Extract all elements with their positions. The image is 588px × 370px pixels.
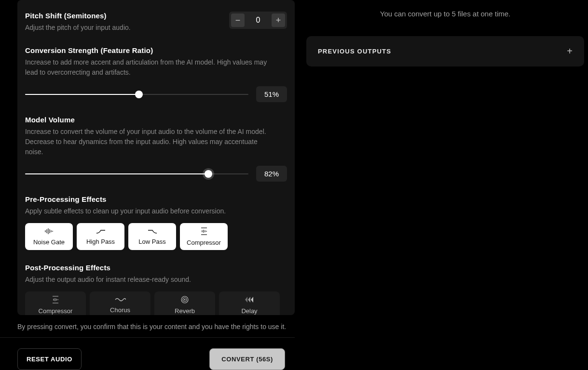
effect-high-pass-button[interactable]: High Pass: [77, 223, 124, 250]
effect-compressor-button[interactable]: Compressor: [180, 223, 228, 250]
volume-desc: Increase to convert the volume of your i…: [25, 127, 271, 157]
setting-post-effects: Post-Processing Effects Adjust the outpu…: [25, 264, 287, 315]
volume-title: Model Volume: [25, 116, 287, 124]
effect-label: Delay: [241, 307, 257, 315]
footer-bar: RESET AUDIO CONVERT (56S): [0, 337, 295, 370]
plus-icon: +: [567, 46, 573, 57]
setting-volume: Model Volume Increase to convert the vol…: [25, 116, 287, 182]
pitch-minus-button[interactable]: −: [231, 13, 245, 27]
effect-label: Low Pass: [138, 238, 165, 245]
delay-icon: [245, 296, 254, 304]
previous-outputs-title: PREVIOUS OUTPUTS: [318, 48, 391, 55]
pre-title: Pre-Processing Effects: [25, 195, 287, 203]
compressor-icon: [51, 296, 60, 304]
effect-chorus-button[interactable]: Chorus: [90, 291, 150, 315]
effect-label: Noise Gate: [33, 238, 65, 246]
pitch-plus-button[interactable]: +: [272, 13, 285, 27]
effect-label: Chorus: [110, 306, 130, 314]
compressor-icon: [199, 227, 209, 235]
effect-label: Compressor: [187, 239, 221, 246]
effect-delay-button[interactable]: Delay: [219, 291, 280, 315]
volume-slider-thumb[interactable]: [205, 170, 212, 178]
effect-compressor-post-button[interactable]: Compressor: [25, 291, 86, 315]
reset-audio-button[interactable]: RESET AUDIO: [17, 348, 82, 370]
low-pass-icon: [147, 228, 158, 234]
strength-value: 51%: [256, 86, 287, 102]
post-title: Post-Processing Effects: [25, 264, 287, 272]
post-desc: Adjust the output audio for instant rele…: [25, 275, 271, 285]
setting-pre-effects: Pre-Processing Effects Apply subtle effe…: [25, 195, 287, 250]
convert-button[interactable]: CONVERT (56S): [209, 348, 285, 370]
strength-slider-thumb[interactable]: [135, 91, 143, 98]
high-pass-icon: [96, 228, 106, 234]
disclaimer-text: By pressing convert, you confirm that th…: [0, 315, 295, 330]
noise-gate-icon: [44, 228, 54, 235]
svg-point-20: [184, 299, 186, 300]
effect-label: High Pass: [86, 238, 115, 245]
settings-panel: Pitch Shift (Semitones) Adjust the pitch…: [17, 0, 295, 315]
effect-low-pass-button[interactable]: Low Pass: [128, 223, 176, 250]
pitch-title: Pitch Shift (Semitones): [25, 12, 131, 20]
setting-strength: Conversion Strength (Feature Ratio) Incr…: [25, 46, 287, 102]
reverb-icon: [180, 296, 189, 304]
pitch-stepper: − 0 +: [229, 12, 287, 29]
setting-pitch: Pitch Shift (Semitones) Adjust the pitch…: [25, 12, 287, 33]
volume-slider[interactable]: [25, 173, 248, 174]
previous-outputs-panel[interactable]: PREVIOUS OUTPUTS +: [306, 36, 584, 66]
effect-label: Reverb: [175, 307, 195, 315]
strength-slider[interactable]: [25, 94, 248, 95]
effect-noise-gate-button[interactable]: Noise Gate: [25, 223, 73, 250]
chorus-icon: [114, 296, 126, 303]
effect-label: Compressor: [39, 307, 73, 315]
pitch-desc: Adjust the pitch of your input audio.: [25, 23, 131, 33]
effect-reverb-button[interactable]: Reverb: [154, 291, 215, 315]
strength-desc: Increase to add more accent and articula…: [25, 57, 271, 78]
file-limit-note: You can convert up to 5 files at one tim…: [306, 10, 584, 18]
strength-title: Conversion Strength (Feature Ratio): [25, 46, 287, 54]
volume-value: 82%: [256, 166, 287, 182]
pre-desc: Apply subtle effects to clean up your in…: [25, 206, 271, 216]
pitch-value: 0: [245, 16, 272, 25]
